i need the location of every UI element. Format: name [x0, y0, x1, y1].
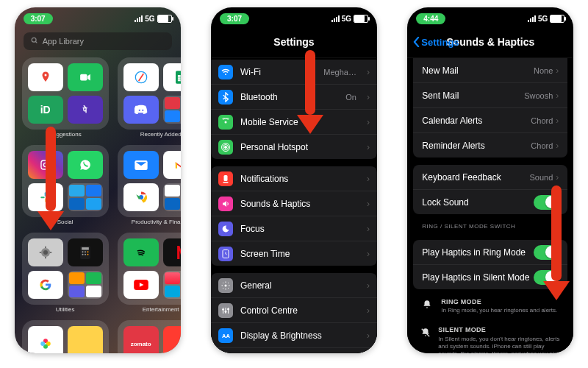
- folder-recently-added[interactable]: Recently Added: [118, 57, 181, 138]
- nav-bar: Settings: [211, 26, 377, 58]
- chevron-right-icon: ›: [556, 141, 559, 151]
- chevron-right-icon: ›: [367, 305, 370, 316]
- svg-point-49: [222, 308, 223, 310]
- app-gmail[interactable]: [163, 151, 181, 179]
- svg-point-40: [224, 121, 226, 123]
- row-lock-sound[interactable]: Lock Sound: [413, 189, 567, 214]
- app-generic-yellow[interactable]: [68, 326, 103, 353]
- chevron-right-icon: ›: [556, 91, 559, 101]
- app-discord[interactable]: [123, 96, 159, 124]
- row-keyboard-feedback[interactable]: Keyboard FeedbackSound›: [413, 165, 567, 189]
- settings-row-screen-time[interactable]: Screen Time›: [211, 241, 377, 266]
- svg-point-32: [85, 254, 86, 255]
- folder-entertainment[interactable]: Entertainment: [118, 233, 181, 313]
- app-google-sheets[interactable]: [163, 63, 181, 91]
- app-spotify[interactable]: [123, 238, 159, 266]
- svg-rect-7: [178, 75, 181, 81]
- svg-point-21: [43, 250, 48, 255]
- chevron-right-icon: ›: [367, 92, 370, 102]
- folder-more-productivity[interactable]: [163, 183, 181, 211]
- settings-row-control-centre[interactable]: Control Centre›: [211, 297, 377, 322]
- folder-more-recently-added[interactable]: [163, 96, 181, 124]
- svg-line-1: [35, 41, 37, 43]
- chevron-right-icon: ›: [367, 224, 370, 234]
- settings-row-sounds-haptics[interactable]: Sounds & Haptics›: [211, 191, 377, 216]
- row-reminder-alerts[interactable]: Reminder AlertsChord›: [413, 132, 567, 158]
- annotation-arrow-to-sounds: [305, 50, 323, 134]
- svg-point-9: [142, 110, 143, 111]
- chevron-right-icon: ›: [556, 116, 559, 126]
- chevron-right-icon: ›: [367, 280, 370, 291]
- hotspot-icon: [218, 140, 233, 155]
- settings-row-general[interactable]: General›: [211, 273, 377, 297]
- folder-utilities[interactable]: Utilities: [22, 233, 109, 313]
- row-sent-mail[interactable]: Sent MailSwoosh›: [413, 82, 567, 107]
- svg-text:AA: AA: [222, 333, 230, 339]
- app-id[interactable]: iD: [28, 96, 63, 124]
- folder-productivity-finance[interactable]: Productivity & Finance: [118, 145, 181, 225]
- signal-icon: [331, 15, 340, 22]
- sounds-list[interactable]: New MailNone›Sent MailSwoosh›Calendar Al…: [407, 58, 573, 353]
- app-zomato[interactable]: zomato: [123, 326, 159, 353]
- svg-point-28: [82, 251, 83, 252]
- display-icon: AA: [218, 328, 233, 343]
- app-mail[interactable]: [123, 151, 159, 179]
- app-facetime[interactable]: [68, 63, 103, 91]
- settings-row-mobile-service[interactable]: Mobile Service›: [211, 109, 377, 134]
- app-library-grid: iD पे Suggestions Recently Added: [15, 54, 181, 353]
- app-chrome[interactable]: [123, 183, 159, 211]
- app-phonepe[interactable]: पे: [68, 96, 103, 124]
- bt-icon: [218, 90, 233, 105]
- row-play-haptics-in-ring-mode[interactable]: Play Haptics in Ring Mode: [413, 240, 567, 264]
- app-youtube[interactable]: [123, 271, 159, 299]
- svg-point-53: [227, 308, 229, 310]
- folder-partial-right[interactable]: zomato: [118, 320, 181, 353]
- row-calendar-alerts[interactable]: Calendar AlertsChord›: [413, 107, 567, 132]
- nav-title: Settings: [273, 36, 314, 48]
- folder-partial-left[interactable]: [22, 320, 109, 353]
- app-safari[interactable]: [123, 63, 159, 91]
- folder-more-entertainment[interactable]: [163, 271, 181, 299]
- folder-suggestions[interactable]: iD पे Suggestions: [22, 57, 109, 138]
- app-library-search[interactable]: App Library: [24, 32, 172, 50]
- folder-social[interactable]: Social: [22, 145, 109, 225]
- app-settings[interactable]: [28, 238, 63, 266]
- signal-icon: [135, 15, 143, 22]
- settings-row-display-brightness[interactable]: AADisplay & Brightness›: [211, 322, 377, 347]
- svg-point-0: [32, 38, 36, 42]
- app-netflix[interactable]: [163, 238, 181, 266]
- status-time: 4:44: [416, 13, 445, 24]
- folder-more-utilities[interactable]: [68, 271, 103, 299]
- app-whatsapp[interactable]: [68, 151, 103, 179]
- notif-icon: [218, 171, 233, 186]
- battery-icon: [550, 15, 564, 23]
- folder-more-social[interactable]: [68, 183, 103, 211]
- app-google-maps[interactable]: [28, 63, 63, 91]
- app-photos[interactable]: [28, 326, 63, 353]
- screenshot-app-library: 3:07 5G App Library iD पे S: [15, 7, 181, 353]
- app-generic-red[interactable]: [163, 326, 181, 353]
- network-label: 5G: [145, 15, 154, 23]
- settings-row-home-screen-app-library[interactable]: Home Screen & App Library›: [211, 347, 377, 353]
- svg-point-2: [44, 74, 46, 77]
- row-new-mail[interactable]: New MailNone›: [413, 58, 567, 82]
- app-google[interactable]: [28, 271, 63, 299]
- settings-row-wi-fi[interactable]: Wi-FiMegha…›: [211, 60, 377, 84]
- settings-row-focus[interactable]: Focus›: [211, 216, 377, 241]
- settings-row-personal-hotspot[interactable]: Personal Hotspot›: [211, 134, 377, 159]
- svg-point-29: [85, 251, 86, 252]
- svg-rect-44: [223, 175, 227, 181]
- chevron-right-icon: ›: [367, 330, 370, 341]
- settings-list[interactable]: Wi-FiMegha…›BluetoothOn›Mobile Service›P…: [211, 58, 377, 353]
- back-button[interactable]: Settings: [413, 26, 459, 57]
- signal-icon: [528, 15, 536, 22]
- info-silent-mode: SILENT MODEIn Silent mode, you don't hea…: [413, 323, 567, 353]
- home-icon: [218, 353, 233, 354]
- settings-row-bluetooth[interactable]: BluetoothOn›: [211, 84, 377, 109]
- settings-row-notifications[interactable]: Notifications›: [211, 166, 377, 191]
- status-bar: 3:07 5G: [15, 10, 181, 26]
- app-calculator[interactable]: [68, 238, 103, 266]
- wifi-icon: [218, 65, 233, 79]
- annotation-arrow-to-system-haptics: [551, 185, 570, 300]
- battery-icon: [354, 15, 368, 23]
